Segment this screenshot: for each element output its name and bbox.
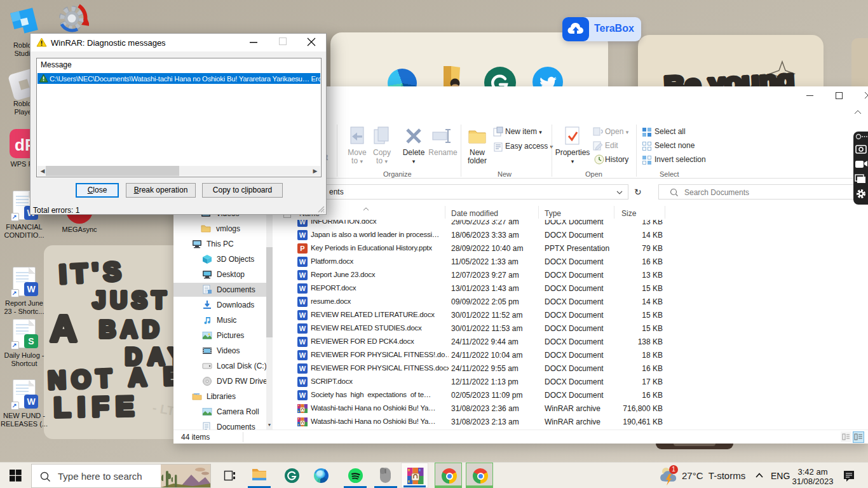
svg-text:- LT: - LT: [151, 400, 175, 418]
svg-text:LIFE: LIFE: [53, 391, 134, 423]
svg-text:JUST: JUST: [93, 287, 166, 313]
svg-text:BAD: BAD: [99, 316, 159, 342]
svg-text:IT'S: IT'S: [58, 257, 121, 289]
svg-text:A: A: [50, 308, 77, 349]
